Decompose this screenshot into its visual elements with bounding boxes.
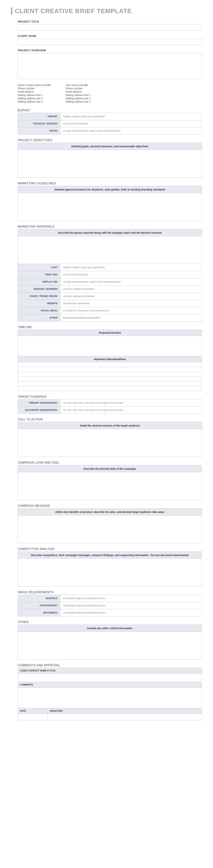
heading-cta: CALL TO ACTION <box>18 418 202 421</box>
approval-comments-row: COMMENTS <box>18 682 202 688</box>
input-project-overview[interactable] <box>18 53 202 79</box>
body-other[interactable] <box>18 632 202 659</box>
cell-label: COPY <box>18 264 60 271</box>
body-guidelines[interactable] <box>18 193 202 221</box>
approval-contact-row: CLIENT CONTACT NAME & TITLE <box>18 668 202 674</box>
cell-value[interactable]: The who, what, when, and where of the ta… <box>60 407 202 413</box>
body-objectives[interactable] <box>18 150 202 178</box>
cell-value[interactable]: List needed imagery and projected source… <box>60 609 202 616</box>
subhead-look: Describe the desired style of the campai… <box>18 465 202 472</box>
table-timeline: Projected timeline Important dates/deadl… <box>18 330 202 391</box>
input-project-title[interactable] <box>18 24 202 30</box>
cell-label: PRIMARY DEMOGRAPHIC <box>18 399 60 406</box>
cell-value[interactable]: Taglines, slogans, body copy requirement… <box>60 264 202 271</box>
subhead-projected: Projected timeline <box>18 330 202 336</box>
table-row: GRAPHICS List needed imagery and project… <box>18 595 202 602</box>
subhead-cta: Detail the desired reaction of the targe… <box>18 422 202 429</box>
cell-value[interactable]: List type of advertisement, length of ti… <box>60 127 202 134</box>
section-message: Define key benefits of product, describe… <box>18 508 202 544</box>
table-row: DISPLAY ADS List type of advertisement, … <box>18 278 202 285</box>
input-client-name[interactable] <box>18 38 202 45</box>
cell-value[interactable]: List items needed and deadlines <box>60 285 202 292</box>
contact-columns: Client Contact name and title Phone numb… <box>18 84 202 103</box>
table-row: SOCIAL MEDIA List platforms, manpower, a… <box>18 307 202 314</box>
cell-value[interactable]: Describe web requirements <box>60 300 202 307</box>
cell-label: DISPLAY ADS <box>18 278 60 285</box>
heading-objectives: PROJECT OBJECTIVES <box>18 138 202 142</box>
heading-guidelines: MARKETING GUIDELINES <box>18 182 202 185</box>
body-competitive[interactable] <box>18 559 202 586</box>
subhead-guidelines: Detailed approval process for all pieces… <box>18 186 202 193</box>
field-project-title: PROJECT TITLE <box>18 20 202 30</box>
cell-value[interactable]: The who, what, when, and where of the ta… <box>60 399 202 406</box>
timeline-blank-row[interactable] <box>18 386 202 391</box>
heading-look: CAMPAIGN LOOK AND FEEL <box>18 461 202 464</box>
timeline-blank-row[interactable] <box>18 381 202 386</box>
approval-date-signature-head: DATE SIGNATURE <box>18 708 202 714</box>
section-guidelines: Detailed approval process for all pieces… <box>18 186 202 221</box>
contact-line: Phone number <box>18 87 51 90</box>
timeline-blank-row[interactable] <box>18 372 202 377</box>
cell-value[interactable]: List needed imagery and projected source… <box>60 602 202 609</box>
table-row: SIGNAGE / BANNERS List items needed and … <box>18 285 202 293</box>
heading-approval: COMMENTS AND APPROVAL <box>18 664 202 667</box>
page-title: CLIENT CREATIVE BRIEF TEMPLATE <box>11 7 202 14</box>
field-client-name: CLIENT NAME <box>18 34 202 45</box>
cell-value[interactable]: Detail needed materials and deadlines <box>60 314 202 321</box>
cell-value[interactable]: List needed imagery and projected source… <box>60 595 202 602</box>
label-client-name: CLIENT NAME <box>18 34 202 37</box>
contact-line: Email address <box>66 90 91 93</box>
subhead-other: Include any other critical information <box>18 625 202 632</box>
contact-line: Mailing address line 3 <box>18 100 51 103</box>
label-contact: CLIENT CONTACT NAME & TITLE <box>18 668 202 674</box>
input-signature[interactable] <box>48 714 202 720</box>
table-row: FINANCIAL SOURCES List any printed mater… <box>18 120 202 127</box>
timeline-blank-row[interactable] <box>18 377 202 381</box>
input-contact-value[interactable] <box>18 674 202 682</box>
cell-value[interactable]: List any printed materials <box>60 120 202 127</box>
table-row: OTHER Detail needed materials and deadli… <box>18 314 202 321</box>
contact-you-column: Your name and title Phone number Email a… <box>66 84 91 103</box>
timeline-blank-row[interactable] <box>18 362 202 367</box>
contact-line: Mailing address line 3 <box>66 100 91 103</box>
section-other: Include any other critical information <box>18 625 202 660</box>
cell-label: EVENT / PROMO PIECES <box>18 293 60 300</box>
cell-value[interactable]: List items needed and deadlines <box>60 293 202 300</box>
label-comments: COMMENTS <box>18 682 202 687</box>
cell-label: OTHER <box>18 314 60 321</box>
timeline-projected-area[interactable] <box>18 336 202 356</box>
body-materials-description[interactable] <box>18 236 202 264</box>
cell-label: PRINT ADS <box>18 271 60 278</box>
contact-client-column: Client Contact name and title Phone numb… <box>18 84 51 103</box>
cell-value[interactable]: List type of advertisement, length of ti… <box>60 278 202 285</box>
cell-label: GRAPHICS <box>18 595 60 602</box>
approval-date-signature-value <box>18 714 202 720</box>
table-budget: AMOUNT Taglines, slogans, body copy requ… <box>18 113 202 134</box>
table-row: NOTES List type of advertisement, length… <box>18 127 202 134</box>
cell-value[interactable]: List platforms, manpower, and desired ou… <box>60 307 202 314</box>
table-row: MULTIMEDIA List needed imagery and proje… <box>18 609 202 616</box>
body-look[interactable] <box>18 472 202 500</box>
body-cta[interactable] <box>18 429 202 457</box>
cell-label: SIGNAGE / BANNERS <box>18 285 60 292</box>
contact-line: Mailing address line 2 <box>18 97 51 100</box>
subhead-materials: Describe the pieces required along with … <box>18 229 202 236</box>
table-row: EVENT / PROMO PIECES List items needed a… <box>18 293 202 300</box>
body-message[interactable] <box>18 516 202 543</box>
table-row: WEBSITE Describe web requirements <box>18 300 202 307</box>
section-look: Describe the desired style of the campai… <box>18 465 202 500</box>
cell-label: AMOUNT <box>18 113 60 120</box>
input-comments-value[interactable] <box>18 688 202 708</box>
cell-value[interactable]: List any printed materials <box>60 271 202 278</box>
label-project-title: PROJECT TITLE <box>18 20 202 23</box>
table-materials: Describe the pieces required along with … <box>18 229 202 321</box>
contact-line: Client Contact name and title <box>18 84 51 87</box>
heading-audience: TARGET AUDIENCE <box>18 395 202 399</box>
table-row: SECONDARY DEMOGRAPHIC The who, what, whe… <box>18 407 202 414</box>
input-date[interactable] <box>18 714 48 720</box>
heading-other: OTHER <box>18 620 202 624</box>
subhead-competitive: Describe competitors, their campaign mes… <box>18 552 202 559</box>
section-objectives: Detailed goals, desired outcomes, and me… <box>18 143 202 178</box>
cell-value[interactable]: Taglines, slogans, body copy requirement… <box>60 113 202 120</box>
timeline-blank-row[interactable] <box>18 367 202 372</box>
